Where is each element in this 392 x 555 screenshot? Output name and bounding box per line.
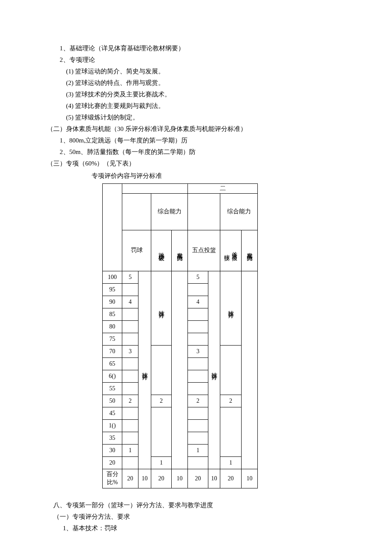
header-blank xyxy=(103,184,122,271)
header-tbtb: 跳步突破 xyxy=(151,230,172,271)
cell-jpf-c: 技评分 xyxy=(151,271,172,346)
pct-label: 百分比% xyxy=(103,469,122,488)
header-group-1 xyxy=(122,184,188,194)
cell: 5 xyxy=(188,271,208,284)
cell-blank-h xyxy=(242,271,258,469)
table-row: 综合能力 综合能力 xyxy=(103,194,258,230)
cell-score: 100 xyxy=(103,271,122,284)
section-8-item: 1、基本技术：罚球 xyxy=(47,523,345,534)
cell: 5 xyxy=(122,271,138,284)
line-section-3: （三）专项（60%）（见下表） xyxy=(47,158,345,169)
header-sub-2a xyxy=(188,194,220,230)
header-group-2: 二 xyxy=(188,184,258,194)
line-item-5: (5) 篮球锻炼计划的制定。 xyxy=(47,112,345,123)
line-basic-theory: 1、基础理论（详见体育基础理论教材纲要） xyxy=(47,43,345,54)
table-caption: 专项评价内容与评分标准 xyxy=(47,170,345,182)
line-50m: 2、50m、肺活量指数（每一年度的第二学期）防 xyxy=(47,146,345,158)
cell-jpf-g: 技评分 xyxy=(220,271,242,346)
line-special-theory: 2、专项理论 xyxy=(47,54,345,66)
line-item-1: (1) 篮球运动的简介、简史与发展。 xyxy=(47,66,345,77)
line-item-2: (2) 篮球运动的特点、作用与观赏。 xyxy=(47,77,345,89)
table-row: 罚球 跳步突破 发展能力 五点投篮 综技传合术运投 发展能力 xyxy=(103,230,258,271)
header-fz1: 发展能力 xyxy=(172,230,188,271)
header-comp-1: 综合能力 xyxy=(151,194,188,230)
cell-blank-d xyxy=(172,271,188,469)
header-wd: 五点投篮 xyxy=(188,230,220,271)
line-section-2: （二）身体素质与机能（30 乐评分标准详见身体素质与机能评分标准） xyxy=(47,123,345,135)
header-sub-1a xyxy=(122,194,151,230)
line-800m: 1、800m,立定跳远（每一年度的第一学期）历 xyxy=(47,135,345,146)
table-row: 二 xyxy=(103,184,258,194)
cell-jpf-f: 技评分 xyxy=(208,271,220,469)
table-row-percent: 百分比% 20 10 20 10 20 10 20 10 xyxy=(103,469,258,488)
section-8-sub: （一）专项评分方法、要求 xyxy=(47,511,345,523)
header-fq: 罚球 xyxy=(122,230,151,271)
table-row: 100 5 技评分 技评分 5 技评分 技评分 xyxy=(103,271,258,284)
line-item-4: (4) 篮球比赛的主要规则与裁判法。 xyxy=(47,100,345,112)
header-fz2: 发展能力 xyxy=(242,230,258,271)
cell-jpf-b: 技评分 xyxy=(138,271,151,469)
header-comp-2: 综合能力 xyxy=(220,194,258,230)
section-8-title: 八、专项第一部分（篮球一）评分方法、要求与教学进度 xyxy=(47,500,345,511)
scoring-table: 二 综合能力 综合能力 罚球 跳步突破 发展能力 五点投篮 综技传合术运投 发展… xyxy=(102,183,258,488)
line-item-3: (3) 篮球技术的分类及主要比赛战术。 xyxy=(47,89,345,100)
header-zjcs: 综技传合术运投 xyxy=(220,230,242,271)
